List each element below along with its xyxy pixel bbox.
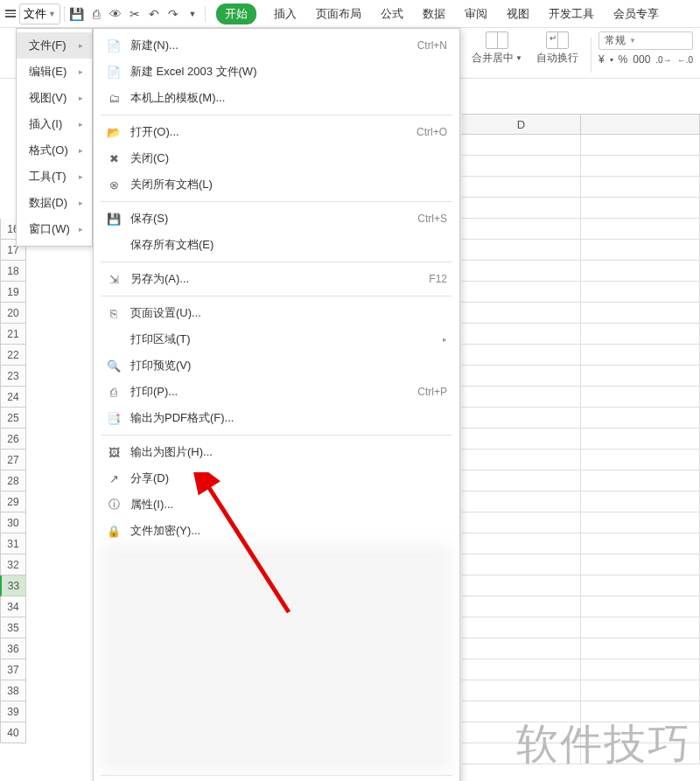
cell[interactable] bbox=[462, 240, 581, 261]
submenu-item[interactable]: 📑输出为PDF格式(F)... bbox=[94, 405, 459, 431]
row-header[interactable]: 26 bbox=[0, 429, 26, 450]
tab-formula[interactable]: 公式 bbox=[379, 3, 405, 25]
column-header-d[interactable]: D bbox=[462, 115, 581, 134]
row-header[interactable]: 39 bbox=[0, 701, 26, 722]
save-icon[interactable]: 💾 bbox=[68, 5, 86, 23]
row-header[interactable]: 22 bbox=[0, 345, 26, 366]
row-header[interactable]: 19 bbox=[0, 282, 26, 303]
cell[interactable] bbox=[462, 492, 581, 513]
tab-insert[interactable]: 插入 bbox=[272, 3, 298, 25]
cell[interactable] bbox=[462, 533, 581, 554]
cell[interactable] bbox=[462, 513, 581, 533]
row-header[interactable]: 34 bbox=[0, 596, 26, 617]
row-header[interactable]: 18 bbox=[0, 261, 26, 282]
cell[interactable] bbox=[581, 387, 700, 408]
submenu-item[interactable]: 🔒文件加密(Y)... bbox=[94, 518, 459, 544]
menu-item[interactable]: 文件(F)▸ bbox=[17, 32, 92, 59]
row-header[interactable]: 21 bbox=[0, 324, 26, 345]
tab-data[interactable]: 数据 bbox=[421, 3, 447, 25]
submenu-item[interactable]: 🔍打印预览(V) bbox=[94, 352, 459, 379]
tab-dev[interactable]: 开发工具 bbox=[547, 3, 596, 25]
cell[interactable] bbox=[581, 617, 700, 638]
format-selector[interactable]: 常规 ▼ bbox=[598, 31, 693, 50]
menu-item[interactable]: 编辑(E)▸ bbox=[17, 59, 92, 85]
submenu-item[interactable]: ↗分享(D) bbox=[94, 465, 459, 492]
cell[interactable] bbox=[581, 240, 700, 261]
submenu-item[interactable]: ⎘页面设置(U)... bbox=[94, 300, 459, 326]
currency-button[interactable]: ¥ bbox=[598, 53, 605, 66]
cell[interactable] bbox=[581, 638, 700, 659]
cell[interactable] bbox=[462, 659, 581, 680]
cut-icon[interactable]: ✂ bbox=[126, 5, 144, 23]
row-header[interactable]: 20 bbox=[0, 303, 26, 324]
menu-item[interactable]: 视图(V)▸ bbox=[17, 85, 92, 111]
thousand-button[interactable]: 000 bbox=[633, 53, 650, 66]
merge-center-button[interactable]: 合并居中▼ bbox=[466, 31, 528, 66]
row-header[interactable]: 36 bbox=[0, 638, 26, 659]
row-header[interactable]: 32 bbox=[0, 554, 26, 575]
cell[interactable] bbox=[462, 575, 581, 596]
submenu-item[interactable]: 📂打开(O)...Ctrl+O bbox=[94, 119, 459, 145]
cell[interactable] bbox=[581, 450, 700, 471]
cell[interactable] bbox=[581, 219, 700, 240]
cell[interactable] bbox=[462, 198, 581, 219]
submenu-item[interactable]: ⎙打印(P)...Ctrl+P bbox=[94, 379, 459, 405]
cell[interactable] bbox=[462, 219, 581, 240]
tab-start[interactable]: 开始 bbox=[216, 3, 256, 24]
tab-review[interactable]: 审阅 bbox=[463, 3, 489, 25]
row-header[interactable]: 27 bbox=[0, 450, 26, 471]
row-header[interactable]: 28 bbox=[0, 471, 26, 492]
submenu-item[interactable]: ✖关闭(C) bbox=[94, 145, 459, 171]
preview-icon[interactable]: 👁 bbox=[107, 5, 124, 23]
submenu-item[interactable]: ⇲另存为(A)...F12 bbox=[94, 266, 459, 292]
cell[interactable] bbox=[581, 261, 700, 282]
column-header-e[interactable] bbox=[581, 115, 700, 134]
cell[interactable] bbox=[581, 282, 700, 303]
row-header[interactable]: 31 bbox=[0, 533, 26, 554]
redo-icon[interactable]: ↷ bbox=[164, 5, 182, 23]
cell[interactable] bbox=[462, 638, 581, 659]
submenu-item[interactable]: 打印区域(T)▸ bbox=[94, 326, 459, 352]
cell[interactable] bbox=[462, 282, 581, 303]
cell[interactable] bbox=[462, 596, 581, 617]
cell[interactable] bbox=[462, 345, 581, 366]
row-header[interactable]: 24 bbox=[0, 387, 26, 408]
cell[interactable] bbox=[581, 471, 700, 492]
cell[interactable] bbox=[462, 429, 581, 450]
cell[interactable] bbox=[462, 135, 581, 156]
cell[interactable] bbox=[462, 387, 581, 408]
print-icon[interactable]: ⎙ bbox=[88, 5, 105, 23]
dropdown-icon[interactable]: ▼ bbox=[184, 5, 201, 23]
cell[interactable] bbox=[462, 177, 581, 198]
cell[interactable] bbox=[581, 513, 700, 533]
submenu-item[interactable]: 🖼输出为图片(H)... bbox=[94, 439, 459, 465]
cell[interactable] bbox=[581, 429, 700, 450]
cell[interactable] bbox=[462, 366, 581, 387]
cell[interactable] bbox=[581, 198, 700, 219]
tab-view[interactable]: 视图 bbox=[505, 3, 531, 25]
row-header[interactable]: 23 bbox=[0, 366, 26, 387]
wrap-text-button[interactable]: 自动换行 bbox=[531, 31, 584, 66]
decimal-dec-button[interactable]: ←.0 bbox=[677, 55, 693, 65]
cell[interactable] bbox=[581, 366, 700, 387]
tab-member[interactable]: 会员专享 bbox=[612, 3, 661, 25]
submenu-item[interactable]: ⊗关闭所有文档(L) bbox=[94, 171, 459, 198]
cell[interactable] bbox=[462, 156, 581, 177]
cell[interactable] bbox=[581, 680, 700, 701]
cell[interactable] bbox=[581, 177, 700, 198]
cell[interactable] bbox=[462, 554, 581, 575]
cell[interactable] bbox=[462, 617, 581, 638]
menu-item[interactable]: 格式(O)▸ bbox=[17, 137, 92, 164]
cells-area[interactable] bbox=[462, 135, 700, 781]
hamburger-icon[interactable] bbox=[4, 7, 18, 21]
menu-item[interactable]: 数据(D)▸ bbox=[17, 190, 92, 216]
row-header[interactable]: 29 bbox=[0, 492, 26, 513]
row-header[interactable]: 40 bbox=[0, 722, 26, 743]
cell[interactable] bbox=[581, 135, 700, 156]
menu-item[interactable]: 窗口(W)▸ bbox=[17, 216, 92, 242]
cell[interactable] bbox=[462, 471, 581, 492]
decimal-inc-button[interactable]: .0→ bbox=[655, 55, 671, 65]
submenu-item[interactable]: 保存所有文档(E) bbox=[94, 232, 459, 258]
percent-button[interactable]: % bbox=[619, 53, 628, 66]
cell[interactable] bbox=[581, 324, 700, 345]
